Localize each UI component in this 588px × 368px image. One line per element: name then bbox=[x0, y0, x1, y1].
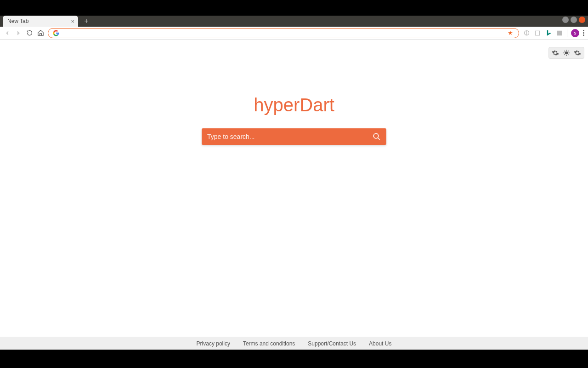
footer-link-about[interactable]: About Us bbox=[369, 340, 391, 347]
close-window-icon[interactable] bbox=[579, 17, 585, 23]
minimize-icon[interactable] bbox=[562, 17, 569, 23]
gear-icon[interactable] bbox=[574, 49, 581, 57]
maximize-icon[interactable] bbox=[571, 17, 577, 23]
avatar-initial: s bbox=[574, 30, 577, 35]
page-content: hyperDart Privacy policy Terms and condi… bbox=[0, 40, 588, 350]
search-icon[interactable] bbox=[373, 132, 381, 141]
window-controls bbox=[562, 17, 585, 23]
bookmark-star-icon[interactable]: ★ bbox=[508, 29, 513, 36]
browser-tab-active[interactable]: New Tab × bbox=[3, 16, 78, 27]
browser-tabstrip: New Tab × + bbox=[0, 16, 588, 27]
google-icon bbox=[53, 30, 59, 36]
footer-link-privacy[interactable]: Privacy policy bbox=[197, 340, 230, 347]
logo-text: hyperDart bbox=[254, 95, 334, 115]
search-input[interactable] bbox=[207, 133, 373, 140]
home-icon[interactable] bbox=[37, 29, 44, 37]
svg-rect-1 bbox=[535, 31, 539, 35]
back-icon[interactable] bbox=[4, 29, 11, 37]
searchbox[interactable] bbox=[202, 128, 386, 145]
extension-icon-4[interactable] bbox=[556, 29, 563, 37]
footer: Privacy policy Terms and conditions Supp… bbox=[0, 337, 588, 350]
extension-icon-1[interactable] bbox=[523, 29, 530, 37]
profile-avatar[interactable]: s bbox=[571, 29, 579, 37]
tab-label: New Tab bbox=[7, 18, 28, 24]
svg-rect-2 bbox=[557, 30, 562, 35]
os-bottombar bbox=[0, 350, 588, 368]
new-tab-button[interactable]: + bbox=[82, 17, 91, 26]
footer-link-terms[interactable]: Terms and conditions bbox=[243, 340, 295, 347]
close-tab-icon[interactable]: × bbox=[71, 18, 74, 24]
bing-icon[interactable] bbox=[545, 29, 552, 37]
browser-menu-icon[interactable] bbox=[583, 30, 584, 36]
forward-icon[interactable] bbox=[15, 29, 22, 37]
footer-link-support[interactable]: Support/Contact Us bbox=[308, 340, 356, 347]
svg-point-3 bbox=[565, 52, 568, 55]
extension-icon-2[interactable] bbox=[534, 29, 541, 37]
brightness-icon[interactable] bbox=[563, 49, 570, 57]
address-input[interactable] bbox=[62, 29, 505, 36]
hero: hyperDart bbox=[202, 95, 386, 145]
reload-icon[interactable] bbox=[26, 29, 33, 37]
settings-tray bbox=[548, 47, 584, 59]
address-bar[interactable]: ★ bbox=[48, 28, 519, 38]
browser-navbar: ★ s bbox=[0, 27, 588, 40]
os-topbar bbox=[0, 0, 588, 16]
extension-icons: s bbox=[523, 29, 584, 37]
divider bbox=[567, 29, 567, 37]
settings-icon-1[interactable] bbox=[552, 49, 559, 57]
